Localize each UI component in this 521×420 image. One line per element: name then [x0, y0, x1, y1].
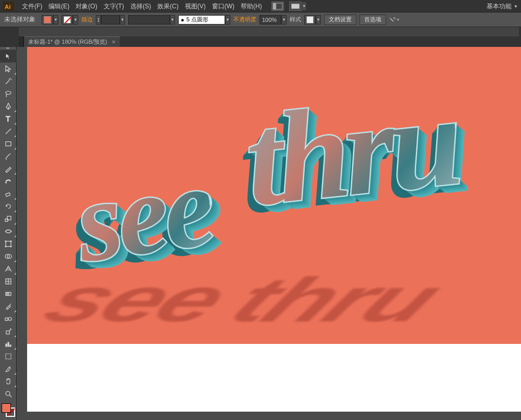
stroke-label[interactable]: 描边: [81, 16, 93, 23]
pencil-tool[interactable]: [0, 163, 17, 175]
preferences-button[interactable]: 首选项: [359, 15, 386, 25]
rotate-tool[interactable]: [0, 200, 17, 213]
variable-width-dropdown[interactable]: ▼: [170, 15, 175, 24]
graphic-style-swatch[interactable]: [304, 15, 316, 24]
svg-point-22: [8, 317, 11, 320]
style-label: 样式: [290, 16, 301, 23]
stroke-weight-input[interactable]: [101, 15, 120, 24]
stroke-weight-dropdown[interactable]: ▼: [120, 15, 125, 24]
zoom-tool[interactable]: [0, 388, 17, 400]
menu-edit[interactable]: 编辑(E): [45, 1, 72, 12]
tabwell-background: [19, 27, 519, 36]
document-setup-button[interactable]: 文档设置: [324, 15, 356, 25]
svg-rect-4: [291, 4, 300, 9]
magic-wand-tool[interactable]: [0, 75, 17, 88]
svg-rect-21: [5, 318, 8, 320]
app-logo-icon: Ai: [2, 1, 15, 11]
document-arrangement-icon[interactable]: [289, 2, 302, 11]
opacity-input[interactable]: 100%: [259, 15, 281, 24]
svg-rect-23: [6, 331, 9, 334]
shape-builder-tool[interactable]: [0, 250, 17, 263]
opacity-dropdown[interactable]: ▼: [281, 15, 287, 24]
svg-point-16: [10, 246, 11, 247]
type-tool[interactable]: T: [0, 113, 17, 125]
line-segment-tool[interactable]: [0, 125, 17, 138]
stroke-dropdown[interactable]: ▼: [73, 15, 78, 24]
chevron-down-icon: ▼: [514, 1, 518, 13]
tools-panel: T: [0, 47, 17, 420]
column-graph-tool[interactable]: [0, 338, 17, 350]
document-tab[interactable]: 未标题-1* @ 180% (RGB/预览) ✕: [24, 36, 120, 47]
artwork-word2-face: thru: [239, 65, 464, 237]
menu-window[interactable]: 窗口(W): [209, 1, 238, 12]
menu-bar: Ai 文件(F) 编辑(E) 对象(O) 文字(T) 选择(S) 效果(C) 视…: [0, 0, 521, 13]
tab-gripper[interactable]: [19, 36, 24, 47]
menu-type[interactable]: 文字(T): [101, 1, 127, 12]
svg-rect-3: [273, 3, 276, 9]
eyedropper-tool[interactable]: [0, 300, 17, 313]
svg-rect-12: [6, 241, 11, 246]
fill-color-box[interactable]: [2, 403, 11, 413]
mesh-tool[interactable]: [0, 275, 17, 288]
document-arrangement-dropdown[interactable]: ▼: [302, 2, 307, 11]
lasso-tool[interactable]: [0, 88, 17, 100]
control-bar: 未选择对象 ▼ ▼ 描边 ▲▼ ▼ ▼ ● 5 点圆形 ▼ 不透明度 100% …: [0, 13, 521, 27]
fill-dropdown[interactable]: ▼: [53, 15, 58, 24]
pen-tool[interactable]: [0, 100, 17, 113]
artboard[interactable]: see thru thru thru thru see see see: [27, 47, 521, 344]
close-tab-icon[interactable]: ✕: [111, 39, 116, 45]
menu-effect[interactable]: 效果(C): [154, 1, 182, 12]
document-tab-strip: 未标题-1* @ 180% (RGB/预览) ✕: [19, 36, 120, 47]
blob-brush-tool[interactable]: [0, 175, 17, 188]
menu-file[interactable]: 文件(F): [19, 1, 45, 12]
free-transform-tool[interactable]: [0, 238, 17, 250]
direct-selection-tool[interactable]: [0, 63, 17, 75]
svg-point-14: [10, 241, 11, 242]
scale-tool[interactable]: [0, 213, 17, 225]
menu-object[interactable]: 对象(O): [72, 1, 100, 12]
fill-stroke-indicator[interactable]: [1, 402, 16, 418]
perspective-grid-tool[interactable]: [0, 263, 17, 275]
brush-definition[interactable]: ● 5 点圆形: [178, 15, 225, 24]
svg-point-28: [6, 391, 10, 396]
graphic-style-dropdown[interactable]: ▼: [316, 15, 321, 24]
menu-view[interactable]: 视图(V): [182, 1, 209, 12]
gradient-tool[interactable]: [0, 288, 17, 300]
stroke-weight-stepper[interactable]: ▲▼: [96, 15, 101, 24]
eraser-tool[interactable]: [0, 188, 17, 200]
menu-select[interactable]: 选择(S): [127, 1, 154, 12]
svg-rect-24: [6, 344, 7, 347]
fill-swatch[interactable]: [42, 15, 53, 24]
menu-help[interactable]: 帮助(H): [238, 1, 265, 12]
variable-width-profile[interactable]: [128, 15, 170, 24]
width-tool[interactable]: [0, 225, 17, 238]
svg-point-15: [5, 246, 6, 247]
artboard-tool[interactable]: [0, 350, 17, 363]
slice-tool[interactable]: [0, 363, 17, 375]
svg-line-7: [6, 129, 11, 134]
svg-rect-26: [10, 345, 11, 347]
document-tab-title: 未标题-1* @ 180% (RGB/预览): [28, 38, 107, 46]
svg-text:Ai: Ai: [5, 3, 11, 9]
layout-icon[interactable]: [271, 2, 284, 11]
workspace-label-text: 基本功能: [487, 0, 512, 13]
svg-point-5: [6, 91, 11, 94]
control-panel-menu-icon[interactable]: ▼: [389, 15, 400, 24]
svg-line-29: [9, 395, 11, 397]
paintbrush-tool[interactable]: [0, 150, 17, 163]
selection-status: 未选择对象: [4, 15, 35, 24]
hand-tool[interactable]: [0, 375, 17, 388]
canvas-viewport[interactable]: see thru thru thru thru see see see: [17, 47, 521, 420]
svg-rect-8: [6, 142, 11, 146]
workspace-switcher[interactable]: 基本功能 ▼: [487, 0, 518, 13]
selection-tool[interactable]: [0, 50, 17, 63]
artwork-word1-face: see: [68, 140, 219, 289]
opacity-label[interactable]: 不透明度: [233, 16, 256, 23]
svg-point-13: [5, 241, 6, 242]
svg-rect-27: [6, 354, 11, 359]
blend-tool[interactable]: [0, 313, 17, 325]
stroke-swatch[interactable]: [61, 15, 73, 24]
symbol-sprayer-tool[interactable]: [0, 325, 17, 338]
rectangle-tool[interactable]: [0, 138, 17, 150]
brush-dropdown[interactable]: ▼: [225, 15, 230, 24]
